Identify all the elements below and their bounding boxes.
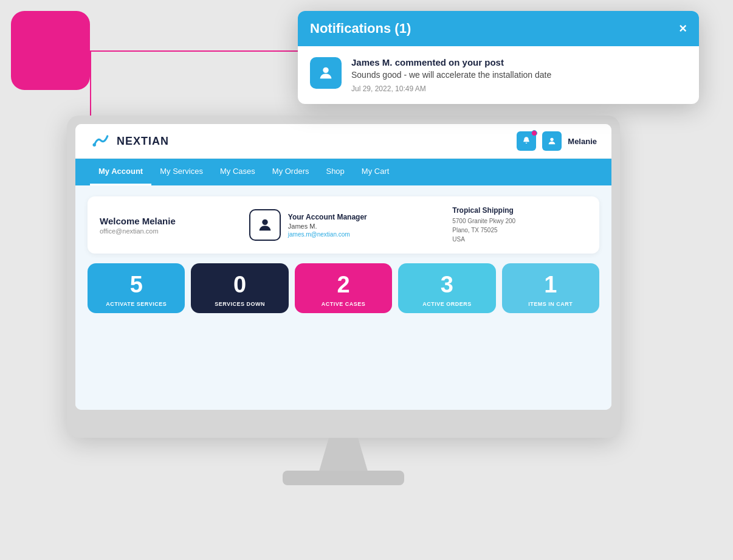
notification-user-icon (317, 64, 334, 81)
logo-icon (90, 133, 112, 150)
user-icon-button[interactable] (542, 131, 562, 151)
am-name: James M. (288, 223, 367, 230)
stat-number: 3 (441, 273, 453, 296)
stat-number: 0 (233, 273, 246, 296)
notification-badge (531, 130, 537, 136)
monitor-screen: NEXTIAN (75, 124, 611, 410)
company-section: Tropical Shipping 5700 Granite Pkwy 200 … (452, 206, 587, 244)
stat-label: Active Cases (322, 301, 366, 307)
notification-popup: Notifications (1) × James M. commented o… (298, 11, 699, 104)
company-address: 5700 Granite Pkwy 200 Plano, TX 75025 US… (452, 216, 587, 244)
header-right: Melanie (517, 131, 597, 151)
nav-bar: My Account My Services My Cases My Order… (75, 159, 611, 185)
am-title: Your Account Manager (288, 213, 367, 221)
welcome-section: Welcome Melanie office@nextian.com (100, 216, 235, 235)
nav-item-my-cases[interactable]: My Cases (212, 159, 264, 185)
notification-title: Notifications (1) (310, 21, 411, 36)
stat-number: 5 (130, 273, 143, 296)
am-email: james.m@nextian.com (288, 231, 367, 238)
brand-name: NEXTIAN (117, 135, 169, 148)
monitor-base (283, 471, 404, 485)
stat-card-activate-services[interactable]: 5 Activate Services (88, 263, 185, 313)
am-avatar-icon (256, 216, 274, 233)
nav-item-shop[interactable]: Shop (317, 159, 353, 185)
stat-number: 2 (337, 273, 349, 296)
notification-message: Sounds good - we will accelerate the ins… (351, 70, 551, 80)
account-manager-avatar (249, 209, 281, 241)
logo-area: NEXTIAN (90, 133, 169, 150)
company-name: Tropical Shipping (452, 206, 587, 215)
stat-number: 1 (544, 273, 557, 296)
monitor-stand (319, 438, 368, 471)
notification-header: Notifications (1) × (298, 11, 699, 46)
monitor: NEXTIAN (67, 116, 620, 438)
notification-avatar (310, 57, 342, 89)
nav-item-my-orders[interactable]: My Orders (264, 159, 318, 185)
svg-point-3 (323, 67, 328, 73)
nav-item-my-account[interactable]: My Account (90, 159, 151, 185)
stat-label: Active Orders (422, 301, 472, 307)
bell-icon (521, 136, 531, 146)
stat-card-active-cases[interactable]: 2 Active Cases (295, 263, 392, 313)
am-info: Your Account Manager James M. james.m@ne… (288, 213, 367, 238)
stat-card-services-down[interactable]: 0 Services Down (191, 263, 288, 313)
account-manager-section: Your Account Manager James M. james.m@ne… (249, 209, 438, 241)
notification-timestamp: Jul 29, 2022, 10:49 AM (351, 85, 551, 93)
nav-item-my-services[interactable]: My Services (151, 159, 212, 185)
user-icon (547, 136, 557, 146)
stat-card-items-in-cart[interactable]: 1 Items in Cart (502, 263, 599, 313)
stat-label: Activate Services (106, 301, 167, 307)
notification-content: James M. commented on your post Sounds g… (351, 57, 551, 93)
app-header: NEXTIAN (75, 124, 611, 159)
svg-point-2 (262, 220, 267, 225)
notification-body: James M. commented on your post Sounds g… (298, 46, 699, 104)
welcome-card: Welcome Melanie office@nextian.com Your … (88, 196, 599, 254)
svg-point-0 (93, 143, 96, 147)
notifications-button[interactable] (517, 131, 536, 151)
username-label: Melanie (568, 137, 597, 146)
stat-label: Items in Cart (528, 301, 573, 307)
stat-label: Services Down (215, 301, 265, 307)
decorative-line-horizontal (90, 50, 327, 52)
welcome-email: office@nextian.com (100, 227, 235, 235)
stats-grid: 5 Activate Services 0 Services Down 2 Ac… (88, 263, 599, 313)
main-content: Welcome Melanie office@nextian.com Your … (75, 185, 611, 410)
notification-close-button[interactable]: × (679, 22, 687, 35)
welcome-greeting: Welcome Melanie (100, 216, 235, 226)
stat-card-active-orders[interactable]: 3 Active Orders (398, 263, 495, 313)
notification-sender: James M. commented on your post (351, 57, 551, 67)
svg-point-1 (551, 138, 554, 141)
nav-item-my-cart[interactable]: My Cart (353, 159, 398, 185)
decorative-square (11, 11, 90, 90)
